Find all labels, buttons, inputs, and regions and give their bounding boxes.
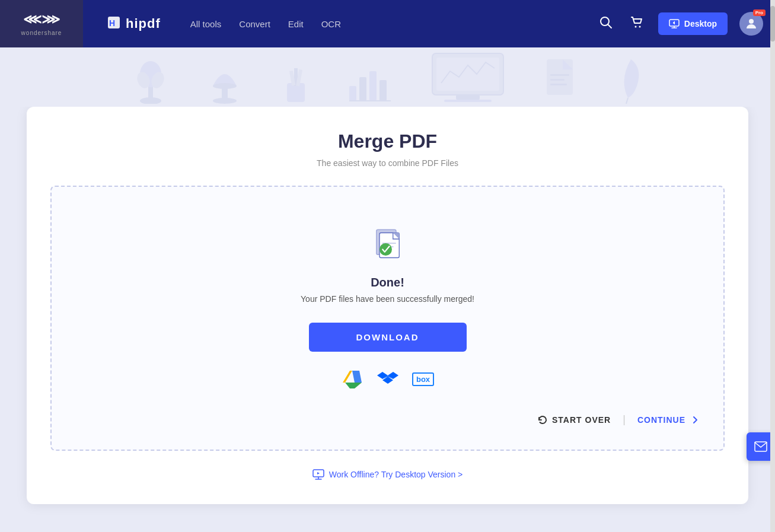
download-button[interactable]: DOWNLOAD: [309, 323, 467, 352]
hero-illustrations: [133, 50, 643, 104]
nav-convert[interactable]: Convert: [239, 16, 270, 32]
continue-label: CONTINUE: [637, 415, 685, 425]
done-title: Done!: [371, 276, 404, 289]
hipdf-logo-icon: H: [107, 15, 121, 33]
desktop-promo[interactable]: Work Offline? Try Desktop Version >: [50, 469, 725, 480]
hipdf-logo: H hipdf: [107, 15, 161, 33]
success-icon: [367, 222, 409, 266]
scrollbar-thumb[interactable]: [770, 6, 775, 42]
start-over-button[interactable]: START OVER: [538, 415, 611, 425]
pro-badge: Pro: [753, 9, 766, 16]
svg-line-3: [608, 24, 611, 28]
svg-rect-31: [547, 59, 573, 95]
svg-point-39: [379, 243, 392, 256]
main-card: Merge PDF The easiest way to combine PDF…: [27, 107, 748, 504]
svg-rect-28: [436, 58, 499, 91]
page-subtitle: The easiest way to combine PDF Files: [50, 158, 725, 168]
dropbox-icon[interactable]: [377, 368, 398, 390]
svg-rect-29: [456, 95, 480, 100]
svg-rect-34: [550, 84, 567, 85]
navbar: ⋘⋙ wondershare H hipdf All tools Convert…: [0, 0, 775, 47]
cloud-icons: box: [342, 368, 434, 390]
nav-edit[interactable]: Edit: [288, 16, 304, 32]
continue-button[interactable]: CONTINUE: [637, 415, 700, 425]
svg-point-5: [639, 26, 640, 27]
svg-point-9: [749, 19, 754, 24]
svg-rect-22: [349, 86, 356, 101]
cart-button[interactable]: [627, 13, 646, 35]
svg-rect-23: [359, 77, 366, 101]
desktop-btn-label: Desktop: [684, 19, 717, 28]
ws-icon: ⋘⋙: [23, 12, 60, 27]
nav-ocr[interactable]: OCR: [321, 16, 341, 32]
nav-all-tools[interactable]: All tools: [190, 16, 222, 32]
svg-text:H: H: [109, 18, 115, 28]
page-title: Merge PDF: [50, 130, 725, 152]
ws-text: wondershare: [21, 30, 62, 36]
search-button[interactable]: [597, 13, 615, 35]
svg-rect-25: [379, 80, 387, 101]
google-drive-icon[interactable]: [342, 368, 363, 390]
svg-rect-32: [550, 74, 569, 76]
footer-actions: START OVER | CONTINUE: [69, 413, 706, 426]
avatar-wrapper[interactable]: Pro: [739, 12, 763, 36]
svg-point-17: [213, 83, 237, 89]
svg-rect-51: [755, 442, 767, 451]
hero-background: [0, 47, 775, 107]
nav-links: All tools Convert Edit OCR: [190, 16, 341, 32]
svg-marker-40: [343, 371, 352, 383]
start-over-label: START OVER: [552, 415, 611, 425]
done-subtitle: Your PDF files have been successfully me…: [301, 294, 474, 304]
main-content: Merge PDF The easiest way to combine PDF…: [0, 107, 775, 528]
svg-point-4: [634, 26, 636, 27]
wondershare-logo[interactable]: ⋘⋙ wondershare: [0, 0, 83, 47]
hipdf-text: hipdf: [126, 16, 161, 31]
svg-rect-30: [444, 100, 492, 102]
svg-marker-41: [352, 371, 362, 383]
svg-rect-24: [369, 71, 377, 101]
scrollbar[interactable]: [770, 0, 775, 532]
divider: |: [623, 413, 626, 426]
desktop-promo-label: Work Offline? Try Desktop Version >: [329, 470, 463, 479]
desktop-button[interactable]: Desktop: [658, 12, 728, 35]
nav-actions: Desktop Pro: [597, 12, 763, 36]
svg-rect-33: [550, 79, 564, 81]
drop-zone: Done! Your PDF files have been successfu…: [50, 186, 725, 451]
box-icon[interactable]: box: [413, 368, 434, 390]
